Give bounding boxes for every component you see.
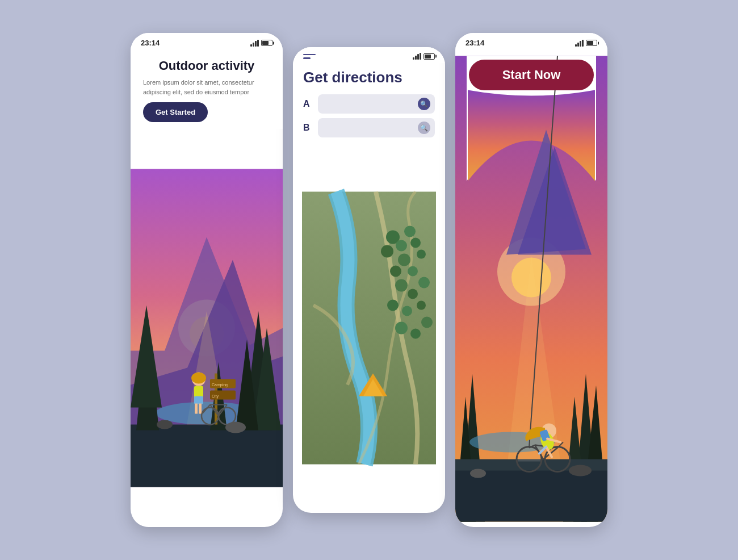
svg-rect-68 bbox=[518, 459, 540, 462]
svg-rect-7 bbox=[131, 425, 283, 487]
svg-text:City: City bbox=[212, 394, 219, 399]
input-field-a[interactable]: 🔍 bbox=[318, 94, 435, 114]
svg-rect-23 bbox=[195, 404, 198, 414]
input-row-b: B 🔍 bbox=[303, 118, 435, 137]
battery-icon-1 bbox=[261, 40, 272, 46]
status-icons-1 bbox=[250, 40, 272, 47]
screen3-content: Start Now bbox=[455, 51, 607, 527]
svg-point-36 bbox=[381, 245, 393, 258]
battery-icon-2 bbox=[423, 53, 435, 60]
svg-point-47 bbox=[402, 306, 412, 316]
status-bar-3: 23:14 bbox=[455, 33, 607, 51]
map-view[interactable] bbox=[302, 152, 436, 504]
input-row-a: A 🔍 bbox=[303, 94, 435, 114]
search-icon-a: 🔍 bbox=[418, 98, 430, 110]
svg-point-44 bbox=[408, 289, 418, 299]
svg-point-40 bbox=[390, 266, 401, 277]
screen1-illustration: Camping City bbox=[131, 129, 283, 527]
directions-title: Get directions bbox=[293, 63, 445, 94]
svg-rect-22 bbox=[194, 396, 203, 404]
start-now-button[interactable]: Start Now bbox=[469, 60, 594, 90]
svg-point-49 bbox=[421, 317, 433, 328]
get-started-button[interactable]: Get Started bbox=[143, 102, 208, 122]
svg-text:Camping: Camping bbox=[212, 383, 228, 387]
screen1-subtitle: Lorem ipsum dolor sit amet, consectetur … bbox=[143, 78, 270, 97]
svg-point-48 bbox=[417, 301, 426, 310]
screen1-phone: 23:14 Outdoor activity Lorem ipsum dolor… bbox=[131, 33, 283, 527]
status-icons-3 bbox=[575, 40, 597, 47]
battery-icon-3 bbox=[586, 40, 597, 46]
time-1: 23:14 bbox=[141, 39, 160, 47]
svg-point-35 bbox=[396, 240, 407, 252]
svg-point-43 bbox=[418, 277, 430, 289]
screens-container: 23:14 Outdoor activity Lorem ipsum dolor… bbox=[131, 33, 607, 527]
svg-point-50 bbox=[410, 329, 421, 339]
hamburger-icon[interactable] bbox=[303, 54, 316, 59]
input-group: A 🔍 B 🔍 bbox=[293, 94, 445, 142]
svg-point-39 bbox=[398, 254, 410, 266]
screen3-phone: 23:14 Start Now bbox=[455, 33, 607, 527]
label-a: A bbox=[303, 99, 313, 109]
screen1-content: Outdoor activity Lorem ipsum dolor sit a… bbox=[131, 51, 283, 527]
screen1-text-block: Outdoor activity Lorem ipsum dolor sit a… bbox=[131, 51, 283, 129]
label-b: B bbox=[303, 123, 313, 133]
svg-point-46 bbox=[387, 300, 399, 311]
screen2-phone: Get directions A 🔍 B 🔍 bbox=[293, 47, 445, 513]
svg-point-38 bbox=[410, 238, 421, 248]
svg-point-51 bbox=[395, 322, 408, 335]
hamburger-line-1 bbox=[303, 54, 316, 56]
svg-point-20 bbox=[191, 373, 206, 384]
search-icon-b: 🔍 bbox=[418, 122, 430, 134]
svg-point-37 bbox=[404, 226, 416, 237]
svg-point-42 bbox=[417, 250, 426, 259]
svg-point-32 bbox=[157, 420, 173, 429]
svg-point-45 bbox=[395, 279, 408, 292]
signal-icon-3 bbox=[575, 40, 584, 47]
status-bar-2 bbox=[293, 47, 445, 63]
screen1-title: Outdoor activity bbox=[143, 58, 270, 73]
status-bar-1: 23:14 bbox=[131, 33, 283, 51]
svg-point-70 bbox=[470, 469, 486, 478]
svg-point-69 bbox=[569, 465, 592, 477]
signal-icon-1 bbox=[250, 40, 259, 47]
time-3: 23:14 bbox=[466, 39, 484, 47]
hamburger-line-2 bbox=[303, 57, 311, 59]
screen2-content: Get directions A 🔍 B 🔍 bbox=[293, 63, 445, 513]
status-icons-2 bbox=[413, 53, 435, 60]
svg-rect-24 bbox=[199, 404, 202, 414]
svg-point-31 bbox=[225, 422, 246, 433]
svg-point-41 bbox=[408, 266, 418, 277]
input-field-b[interactable]: 🔍 bbox=[318, 118, 435, 137]
signal-icon-2 bbox=[413, 53, 421, 60]
